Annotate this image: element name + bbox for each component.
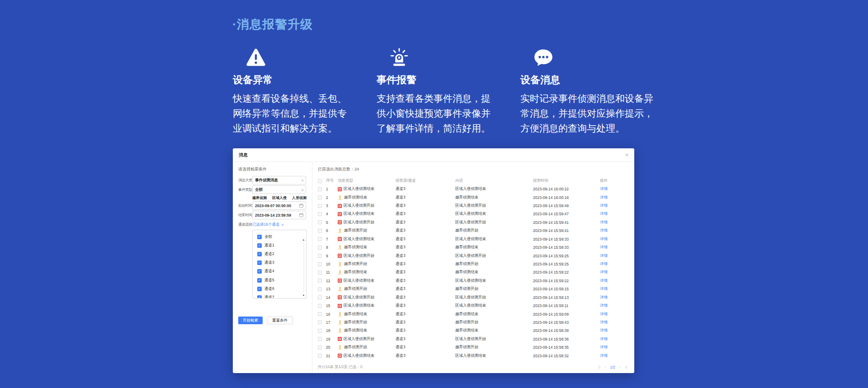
next-page-icon[interactable]: › (619, 365, 621, 369)
channel-option-label: 通道2 (264, 251, 274, 257)
row-number: 7 (326, 237, 338, 241)
row-checkbox[interactable] (318, 304, 322, 308)
checkbox-checked-icon[interactable]: ✓ (257, 295, 262, 298)
message-type: 区域入侵侦测开始 (338, 253, 396, 259)
reset-button[interactable]: 重置条件 (267, 317, 293, 324)
line-crossing-icon (338, 228, 342, 233)
checkbox-checked-icon[interactable]: ✓ (257, 287, 262, 291)
detail-link[interactable]: 详情 (600, 186, 627, 192)
row-checkbox[interactable] (318, 262, 322, 266)
channel-option[interactable]: ✓通道6 (257, 284, 306, 293)
detail-link[interactable]: 详情 (600, 203, 627, 208)
checkbox-checked-icon[interactable]: ✓ (257, 243, 262, 248)
row-checkbox[interactable] (318, 237, 322, 241)
row-checkbox[interactable] (318, 329, 322, 333)
row-number: 10 (326, 262, 338, 266)
checkbox-checked-icon[interactable]: ✓ (257, 260, 262, 265)
row-number: 11 (326, 270, 338, 274)
close-icon[interactable]: × (625, 152, 628, 158)
alarm-source: 通道3 (396, 203, 455, 208)
row-checkbox[interactable] (318, 345, 322, 350)
row-checkbox[interactable] (318, 220, 322, 224)
end-time-input[interactable]: 2023-09-14 23:59:59 (252, 211, 306, 219)
detail-link[interactable]: 详情 (600, 328, 627, 333)
detail-link[interactable]: 详情 (600, 270, 627, 275)
detail-link[interactable]: 详情 (600, 278, 627, 284)
row-checkbox[interactable] (318, 254, 322, 258)
detail-link[interactable]: 详情 (600, 286, 627, 292)
row-checkbox[interactable] (318, 279, 322, 283)
row-checkbox[interactable] (318, 354, 322, 358)
select-all-checkbox[interactable] (318, 179, 322, 183)
prev-page-icon[interactable]: ‹ (604, 365, 606, 369)
alarm-time: 2023-09-14 15:59:25 (533, 262, 600, 266)
alarm-source: 通道3 (396, 186, 455, 192)
message-content: 越界侦测结束 (455, 328, 533, 333)
table-footer: 共计24条 第1/2页 已选：0 |‹ ‹ 1/2 › ›| (318, 361, 627, 373)
row-checkbox[interactable] (318, 312, 322, 316)
scroll-down-icon[interactable]: ▼ (302, 294, 305, 297)
row-checkbox[interactable] (318, 337, 322, 341)
row-checkbox[interactable] (318, 320, 322, 324)
channel-option[interactable]: ✓通道5 (257, 276, 306, 284)
row-checkbox[interactable] (318, 195, 322, 199)
start-time-row: 起始时间 2023-09-07 00:00:00 (238, 201, 306, 210)
last-page-icon[interactable]: ›| (625, 365, 627, 369)
channel-selected-link[interactable]: 已选择16个通道 ∧ (252, 222, 284, 227)
detail-link[interactable]: 详情 (600, 261, 627, 267)
row-number: 2 (326, 195, 338, 200)
start-time-input[interactable]: 2023-09-07 00:00:00 (252, 201, 306, 210)
detail-link[interactable]: 详情 (600, 295, 627, 300)
message-class-label: 消息大类 (238, 178, 252, 183)
detail-link[interactable]: 详情 (600, 320, 627, 325)
row-checkbox[interactable] (318, 270, 322, 274)
message-content: 越界侦测开始 (455, 320, 533, 325)
checkbox-checked-icon[interactable]: ✓ (257, 235, 262, 239)
tag-area-intrusion[interactable]: 区域入侵 (272, 195, 287, 200)
channel-option[interactable]: ✓通道1 (257, 241, 306, 250)
detail-link[interactable]: 详情 (600, 353, 627, 359)
search-button[interactable]: 开始检索 (238, 317, 263, 324)
alarm-time: 2023-09-14 15:59:09 (533, 312, 600, 317)
channel-option[interactable]: ✓全部 (257, 232, 306, 241)
channel-option-label: 通道7 (264, 295, 274, 298)
row-checkbox[interactable] (318, 295, 322, 299)
row-checkbox[interactable] (318, 229, 322, 233)
scroll-up-icon[interactable]: ▲ (302, 238, 305, 241)
detail-link[interactable]: 详情 (600, 195, 627, 200)
first-page-icon[interactable]: |‹ (598, 365, 600, 369)
row-checkbox[interactable] (318, 204, 322, 208)
channel-option[interactable]: ✓通道4 (257, 267, 306, 276)
detail-link[interactable]: 详情 (600, 228, 627, 233)
pagination: |‹ ‹ 1/2 › ›| (598, 365, 627, 369)
row-checkbox[interactable] (318, 187, 322, 191)
checkbox-checked-icon[interactable]: ✓ (257, 269, 262, 274)
message-class-select[interactable]: 事件侦测消息 ∨ (252, 176, 306, 185)
detail-link[interactable]: 详情 (600, 237, 627, 242)
event-type-select[interactable]: 全部 ∨ (252, 185, 306, 194)
checkbox-checked-icon[interactable]: ✓ (257, 278, 262, 283)
channel-scrollbar[interactable]: ▲ ▼ (302, 238, 306, 297)
detail-link[interactable]: 详情 (600, 312, 627, 317)
detail-link[interactable]: 详情 (600, 303, 627, 308)
row-checkbox[interactable] (318, 246, 322, 250)
message-content: 区域入侵侦测开始 (455, 336, 533, 342)
detail-link[interactable]: 详情 (600, 245, 627, 250)
detail-link[interactable]: 详情 (600, 211, 627, 217)
detail-link[interactable]: 详情 (600, 253, 627, 259)
row-number: 19 (326, 337, 338, 341)
alarm-source: 通道3 (396, 211, 455, 217)
tag-human-detect[interactable]: 人形侦测 (292, 195, 307, 200)
detail-link[interactable]: 详情 (600, 220, 627, 225)
detail-link[interactable]: 详情 (600, 336, 627, 342)
scroll-track[interactable] (303, 242, 304, 293)
channel-option[interactable]: ✓通道2 (257, 250, 306, 258)
channel-option[interactable]: ✓通道7 (257, 293, 306, 298)
message-type: 越界侦测结束 (338, 328, 396, 333)
tag-line-crossing[interactable]: 越界侦测 (252, 195, 267, 200)
row-checkbox[interactable] (318, 212, 322, 216)
row-checkbox[interactable] (318, 287, 322, 291)
detail-link[interactable]: 详情 (600, 345, 627, 350)
checkbox-checked-icon[interactable]: ✓ (257, 252, 262, 256)
channel-option[interactable]: ✓通道3 (257, 259, 306, 267)
